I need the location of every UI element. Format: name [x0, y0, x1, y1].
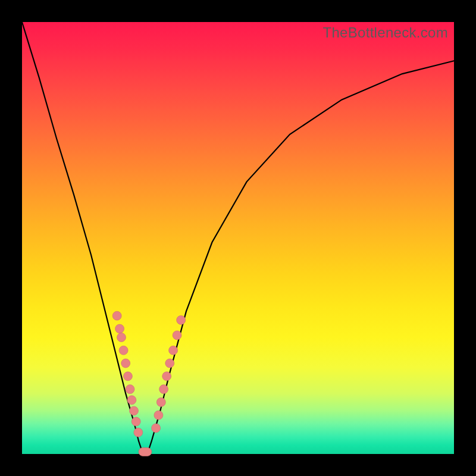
bottleneck-curve — [22, 22, 454, 454]
marker-dot — [159, 385, 168, 394]
plot-area: TheBottleneck.com — [22, 22, 454, 454]
marker-dot — [119, 346, 128, 355]
marker-dot — [130, 406, 139, 415]
marker-dot — [127, 396, 136, 405]
marker-dot — [169, 346, 178, 355]
marker-dot — [117, 333, 126, 342]
marker-dot — [112, 311, 121, 320]
marker-dot — [121, 359, 130, 368]
marker-dot — [152, 424, 161, 433]
marker-dot — [162, 372, 171, 381]
marker-dot — [154, 411, 163, 419]
marker-cluster-left — [112, 311, 143, 437]
outer-frame: TheBottleneck.com — [0, 0, 476, 476]
marker-dot — [115, 324, 124, 333]
marker-cluster-right — [152, 315, 186, 433]
trough-bar — [139, 447, 152, 456]
marker-dot — [134, 428, 143, 437]
marker-dot — [126, 385, 134, 394]
marker-dot — [173, 331, 181, 340]
marker-dot — [123, 372, 132, 381]
marker-dot — [131, 417, 140, 426]
marker-dot — [156, 397, 165, 406]
marker-dot — [165, 359, 174, 368]
chart-overlay — [22, 22, 454, 454]
marker-dot — [177, 315, 186, 324]
